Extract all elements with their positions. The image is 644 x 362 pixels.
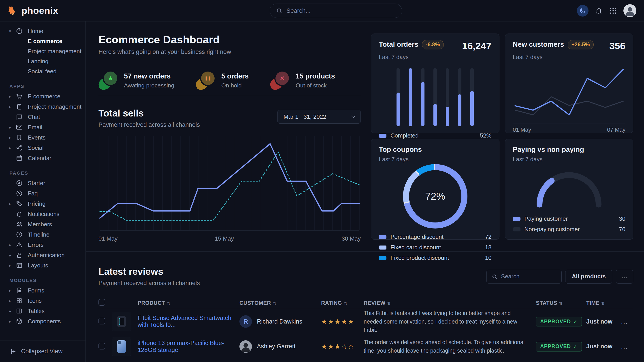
stat-value: 15 products (296, 72, 335, 80)
share-icon (16, 144, 23, 151)
sidebar-item-layouts[interactable]: ▸ Layouts (0, 260, 86, 271)
sidebar-item-email[interactable]: ▸ Email (0, 122, 86, 132)
dark-mode-toggle[interactable] (577, 5, 588, 16)
sidebar-item-home[interactable]: ▾ Home (0, 26, 86, 36)
caret-right-icon: ▸ (9, 319, 16, 324)
table-row (98, 359, 633, 362)
sort-icon: ⇅ (167, 301, 170, 306)
caret-right-icon: ▸ (9, 309, 16, 314)
sidebar-subitem-e-commerce[interactable]: E commerce (0, 36, 86, 46)
date-range-select[interactable]: Mar 1 - 31, 2022 (278, 110, 361, 124)
legend-row: Fixed card discount 18 (379, 244, 492, 251)
user-avatar[interactable] (624, 4, 636, 17)
collapse-view-button[interactable]: Collapsed View (0, 341, 86, 362)
date-range-value: Mar 1 - 31, 2022 (284, 113, 326, 120)
legend-swatch (379, 246, 386, 250)
sidebar-item-chat[interactable]: Chat (0, 112, 86, 122)
apps-grid-icon[interactable] (609, 7, 617, 15)
sort-icon: ⇅ (559, 301, 562, 306)
brand[interactable]: phoenix (8, 5, 58, 16)
sidebar-item-project-management[interactable]: ▸ Project management (0, 101, 86, 112)
section-divider (86, 251, 644, 252)
legend-label: Fixed card discount (390, 244, 441, 251)
sort-icon: ⇅ (344, 301, 347, 306)
legend-swatch (379, 134, 386, 138)
product-link[interactable]: iPhone 13 pro max-Pacific Blue-128GB sto… (138, 340, 240, 354)
customer-name: Ashley Garrett (257, 343, 296, 350)
notifications-bell-icon[interactable] (595, 7, 603, 15)
legend-value: 30 (619, 215, 626, 222)
column-header-customer[interactable]: CUSTOMER⇅ (240, 300, 321, 306)
caret-right-icon: ▸ (9, 263, 16, 268)
paying-gauge-chart (513, 163, 626, 212)
column-header-time[interactable]: TIME⇅ (586, 300, 621, 306)
sidebar-item-components[interactable]: ▸ Components (0, 316, 86, 327)
sidebar-item-social[interactable]: ▸ Social (0, 143, 86, 153)
legend-row: Paying customer 30 (513, 215, 626, 222)
legend-value: 70 (619, 226, 626, 233)
sidebar-item-calendar[interactable]: Calendar (0, 153, 86, 163)
sort-icon: ⇅ (601, 301, 605, 306)
column-header-rating[interactable]: RATING⇅ (321, 300, 364, 306)
sidebar-subitem-social-feed[interactable]: Social feed (0, 66, 86, 76)
select-all-checkbox[interactable] (98, 299, 105, 306)
product-link[interactable]: Fitbit Sense Advanced Smartwatch with To… (138, 315, 240, 329)
sidebar-item-e-commerce[interactable]: ▸ E commerce (0, 91, 86, 101)
column-header-product[interactable]: PRODUCT⇅ (138, 300, 240, 306)
rating-stars: ★★★☆☆ (321, 343, 364, 350)
sidebar: ▾ Home E commerceProject managementLandi… (0, 21, 86, 362)
order-bar (458, 68, 462, 126)
table-header: PRODUCT⇅CUSTOMER⇅RATING⇅REVIEW⇅STATUS⇅TI… (98, 297, 633, 309)
paying-legend: Paying customer 30 Non-paying customer 7… (513, 212, 626, 233)
sidebar-item-starter[interactable]: Starter (0, 178, 86, 188)
reviews-table: PRODUCT⇅CUSTOMER⇅RATING⇅REVIEW⇅STATUS⇅TI… (98, 297, 633, 362)
column-header-review[interactable]: REVIEW⇅ (364, 300, 536, 306)
row-actions-button[interactable]: ... (621, 343, 633, 350)
sidebar-item-faq[interactable]: Faq (0, 188, 86, 199)
row-checkbox[interactable] (98, 318, 105, 325)
reviews-search-input[interactable] (501, 273, 556, 280)
sidebar-item-pricing[interactable]: ▸ Pricing (0, 199, 86, 209)
caret-right-icon: ▸ (9, 242, 16, 248)
file-icon (16, 287, 23, 294)
customer-avatar (240, 340, 252, 353)
sidebar-item-events[interactable]: ▸ Events (0, 132, 86, 143)
caret-right-icon: ▸ (9, 94, 16, 99)
sidebar-item-errors[interactable]: ▸ Errors (0, 240, 86, 250)
sidebar-item-notifications[interactable]: Notifications (0, 209, 86, 219)
reviews-more-button[interactable]: ... (616, 270, 633, 284)
sidebar-item-tables[interactable]: ▸ Tables (0, 306, 86, 316)
reviews-title: Latest reviews (98, 266, 200, 277)
legend-row: Percentage discount 72 (379, 233, 492, 240)
global-search[interactable] (270, 3, 402, 18)
sidebar-item-timeline[interactable]: Timeline (0, 229, 86, 240)
sidebar-item-forms[interactable]: ▸ Forms (0, 285, 86, 296)
row-actions-button[interactable]: ... (621, 318, 633, 325)
search-icon (276, 7, 282, 14)
legend-value: 72 (485, 233, 492, 240)
sidebar-item-icons[interactable]: ▸ Icons (0, 296, 86, 306)
reviews-subtitle: Payment received across all channels (98, 280, 200, 287)
sidebar-subitem-landing[interactable]: Landing (0, 56, 86, 66)
sidebar-item-authentication[interactable]: ▸ Authentication (0, 250, 86, 260)
column-header-status[interactable]: STATUS⇅ (536, 300, 586, 306)
check-icon: ✓ (573, 319, 578, 325)
all-products-button[interactable]: All products (565, 270, 612, 284)
search-input[interactable] (286, 7, 396, 14)
compass-icon (16, 180, 23, 187)
row-checkbox[interactable] (98, 343, 105, 350)
sort-icon: ⇅ (273, 301, 276, 306)
stat-label: On hold (221, 82, 248, 89)
order-bar (421, 68, 424, 126)
sidebar-subitem-project-management[interactable]: Project management (0, 46, 86, 56)
caret-down-icon: ▾ (9, 29, 16, 34)
brand-name: phoenix (22, 5, 58, 16)
pause-icon: ❚❚ (196, 71, 214, 89)
moon-icon (579, 7, 586, 14)
reviews-search[interactable] (486, 270, 562, 284)
customers-line-chart: 01 May 07 May (513, 61, 626, 133)
users-icon (16, 221, 23, 228)
x-axis-label: 01 May (513, 127, 531, 133)
check-icon: ✓ (573, 344, 578, 350)
sidebar-item-members[interactable]: Members (0, 219, 86, 229)
